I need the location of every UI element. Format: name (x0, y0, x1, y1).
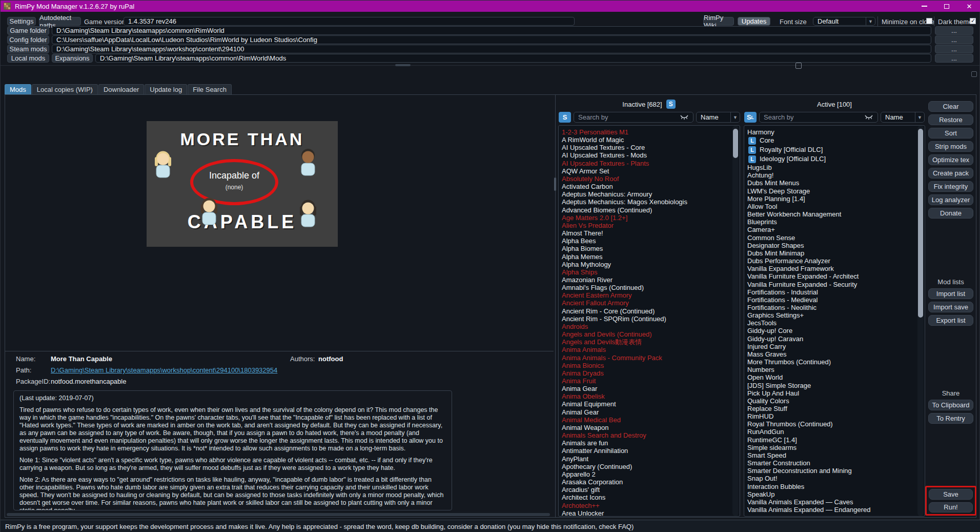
steam-mods-browse-button[interactable]: ... (935, 45, 973, 53)
mod-item[interactable]: Camera+ (744, 226, 925, 233)
mod-item[interactable]: Anima Dryads (559, 369, 740, 377)
mod-item[interactable]: Alpha Biomes (559, 245, 740, 252)
import-save-button[interactable]: Import save (928, 302, 973, 312)
mod-item[interactable]: Smarter Deconstruction and Mining (744, 467, 925, 475)
game-folder-input[interactable] (52, 26, 931, 35)
closed-eye-icon[interactable] (680, 114, 689, 120)
mod-item[interactable]: Animals Search and Destroy (559, 431, 740, 439)
inactive-search-input[interactable] (574, 113, 680, 121)
mod-item[interactable]: LIdeology [Official DLC] (744, 154, 925, 164)
mod-item[interactable]: Arcadius' gift (559, 486, 740, 494)
mod-item[interactable]: Better Workbench Management (744, 210, 925, 218)
mod-item[interactable]: Vanilla Furniture Expanded - Security (744, 281, 925, 288)
mod-item[interactable]: Age Matters 2.0 [1.2+] (559, 214, 740, 222)
mod-item[interactable]: Anima Gear (559, 385, 740, 392)
save-button[interactable]: Save (929, 489, 973, 500)
mod-item[interactable]: LCore (744, 136, 925, 145)
mod-item[interactable]: Architect Icons (559, 494, 740, 501)
mod-item[interactable]: Achtung! (744, 171, 925, 179)
mod-item[interactable]: Androids (559, 323, 740, 330)
mod-item[interactable]: Adeptus Mechanicus: Magos Xenobiologis (559, 198, 740, 206)
mod-item[interactable]: Common Sense (744, 234, 925, 242)
mod-item[interactable]: Absolutely No Roof (559, 175, 740, 183)
mod-item[interactable]: Giddy-up! Core (744, 327, 925, 334)
to-clipboard-button[interactable]: To Clipboard (928, 400, 973, 410)
settings-button[interactable]: Settings (7, 17, 36, 26)
restore-button[interactable]: Restore (928, 114, 973, 125)
mod-item[interactable]: Snap Out! (744, 475, 925, 482)
mod-item[interactable]: AI Upscaled Textures - Core (559, 144, 740, 151)
mod-item[interactable]: Advanced Biomes (Continued) (559, 206, 740, 214)
mod-item[interactable]: Giddy-up! Caravan (744, 335, 925, 343)
mod-item[interactable]: Fortifications - Neolithic (744, 304, 925, 311)
dark-theme-checkbox[interactable] (970, 18, 976, 24)
minimize-on-close-checkbox[interactable] (926, 18, 932, 24)
inactive-sort-select[interactable]: Name ▼ (696, 112, 740, 123)
mod-item[interactable]: Area Unlocker (559, 509, 740, 517)
inactive-filter-badge-icon[interactable]: S (559, 112, 571, 123)
mod-item[interactable]: Angels and Devils動漫表情 (559, 338, 740, 346)
mod-item[interactable]: Animals are fun (559, 439, 740, 447)
mod-item[interactable]: Amazonian River (559, 276, 740, 284)
mod-item[interactable]: Anima Fruit (559, 377, 740, 385)
closed-eye-icon[interactable] (864, 114, 873, 120)
mod-item[interactable]: Adeptus Mechanicus: Armoury (559, 190, 740, 198)
game-folder-button[interactable]: Game folder (7, 26, 49, 35)
clear-button[interactable]: Clear (928, 101, 973, 112)
mod-item[interactable]: Blueprints (744, 218, 925, 226)
mod-item[interactable]: Simple sidearms (744, 444, 925, 451)
active-scrollbar[interactable] (917, 126, 924, 516)
mod-item[interactable]: Interaction Bubbles (744, 483, 925, 490)
mod-item[interactable]: Smart Speed (744, 451, 925, 459)
local-mods-input[interactable] (95, 54, 931, 63)
game-folder-browse-button[interactable]: ... (935, 26, 973, 35)
horizontal-splitter[interactable] (1, 65, 980, 66)
mod-item[interactable]: Quality Colors (744, 397, 925, 405)
mod-item[interactable]: More Planning [1.4] (744, 195, 925, 203)
mod-item[interactable]: AI Upscaled Textures - Plants (559, 160, 740, 167)
donate-button[interactable]: Donate (928, 208, 973, 219)
local-mods-browse-button[interactable]: ... (935, 54, 973, 63)
mod-item[interactable]: Vanilla Animals Expanded — Endangered (744, 506, 925, 514)
mod-item[interactable]: Animal Equipment (559, 400, 740, 408)
dock-float-icon[interactable] (795, 63, 802, 69)
autodetect-paths-button[interactable]: Autodetect paths (39, 17, 81, 26)
mod-item[interactable]: Vanilla Animals Expanded — Caves (744, 498, 925, 506)
tab-file-search[interactable]: File Search (188, 84, 232, 94)
game-version-input[interactable] (124, 17, 575, 26)
config-folder-input[interactable] (52, 35, 931, 44)
mod-item[interactable]: RunAndGun (744, 428, 925, 436)
mod-item[interactable]: Anima Obelisk (559, 392, 740, 400)
vertical-splitter[interactable] (555, 94, 556, 518)
sort-button[interactable]: Sort (928, 128, 973, 139)
mod-item[interactable]: Animal Medical Bed (559, 416, 740, 424)
strip-mods-button[interactable]: Strip mods (928, 141, 973, 152)
mod-item[interactable]: Injured Carry (744, 343, 925, 350)
mod-item[interactable]: SpeakUp (744, 490, 925, 498)
close-button[interactable]: ✕ (958, 1, 980, 12)
mod-item[interactable]: Open World (744, 373, 925, 381)
tab-corner-icon[interactable] (971, 71, 977, 77)
mod-item[interactable]: Ancient Rim - SPQRim (Continued) (559, 315, 740, 323)
mod-item[interactable]: Ancient Fallout Armory (559, 299, 740, 307)
mod-item[interactable]: Dubs Mint Menus (744, 179, 925, 187)
inactive-scrollbar-thumb[interactable] (733, 129, 738, 158)
mod-item[interactable]: Harmony (744, 128, 925, 136)
mod-item[interactable]: Anima Animals - Community Pack (559, 354, 740, 362)
splitter-handle[interactable] (395, 64, 411, 66)
tab-update-log[interactable]: Update log (145, 84, 187, 94)
import-list-button[interactable]: Import list (928, 288, 973, 299)
mod-item[interactable]: LWM's Deep Storage (744, 187, 925, 195)
mod-item[interactable]: AI Upscaled Textures - Mods (559, 151, 740, 159)
mod-item[interactable]: [JDS] Simple Storage (744, 382, 925, 389)
steam-mods-input[interactable] (52, 45, 931, 53)
mod-item[interactable]: Fortifications - Medieval (744, 296, 925, 304)
mod-item[interactable]: Alpha Memes (559, 253, 740, 261)
mod-item[interactable]: Animal Weapon (559, 424, 740, 431)
active-filter-badge-icon[interactable]: SL (744, 112, 757, 123)
mod-item[interactable]: Anima Bionics (559, 362, 740, 369)
create-pack-button[interactable]: Create pack (928, 168, 973, 179)
inactive-scrollbar[interactable] (732, 126, 739, 516)
active-search-input[interactable] (760, 113, 864, 121)
mod-item[interactable]: Alpha Bees (559, 237, 740, 245)
